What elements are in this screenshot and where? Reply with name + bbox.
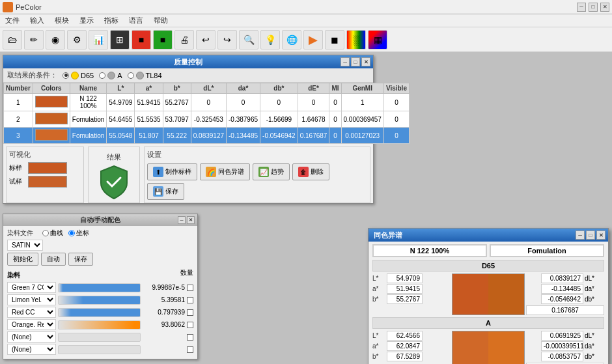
menu-indicator[interactable]: 指标 (102, 14, 121, 27)
lab-row: a* 51.9415 (372, 284, 451, 294)
dye-name-select[interactable]: Green 7 CC (7, 282, 56, 293)
menu-module[interactable]: 模块 (52, 14, 72, 27)
visualize-panel: 可视化 标样 试样 (6, 147, 84, 203)
metamerism-button[interactable]: 🌈 同色异谱 (200, 163, 250, 180)
dye-checkbox[interactable] (187, 309, 193, 316)
toolbar-btn-redo[interactable]: ↪ (217, 30, 237, 49)
delta-label: db* (585, 353, 604, 360)
toolbar-btn-color2[interactable]: ■ (153, 30, 173, 49)
toolbar-btn-undo[interactable]: ↩ (196, 30, 216, 49)
toolbar-btn-settings[interactable]: ⚙ (67, 30, 87, 49)
bottom-area: 可视化 标样 试样 结果 (3, 144, 373, 203)
menu-display[interactable]: 显示 (77, 14, 96, 27)
dye-slider[interactable] (58, 296, 141, 305)
trend-button[interactable]: 📈 趋势 (253, 163, 290, 180)
minimize-button[interactable]: ─ (577, 3, 586, 12)
toolbar-btn-light[interactable]: 💡 (260, 30, 280, 49)
table-cell: 0.00127023 (341, 128, 383, 144)
dye-name-select[interactable]: Red CC (7, 307, 56, 318)
dye-checkbox[interactable] (187, 285, 193, 291)
qc-panel: 质量控制 ─ □ ✕ 取结果的条件： D65 A TL84 (3, 55, 374, 204)
delta-value: -0.000399511 (541, 341, 583, 351)
results-panel: 结果 (88, 147, 140, 203)
main-area: 质量控制 ─ □ ✕ 取结果的条件： D65 A TL84 (0, 52, 612, 364)
dye-radio-group: 曲线 坐标 (42, 229, 89, 238)
toolbar-btn-open[interactable]: 🗁 (3, 30, 22, 49)
radio-coord[interactable]: 坐标 (68, 229, 89, 238)
color-minimize[interactable]: ─ (576, 231, 585, 240)
init-button[interactable]: 初始化 (7, 253, 38, 266)
delta-value: -0.134485 (541, 284, 583, 294)
color-swatch-large (452, 273, 525, 315)
make-standard-button[interactable]: ⬆ 制作标样 (147, 163, 197, 180)
color-maximize[interactable]: □ (586, 231, 595, 240)
sample-swatch (28, 176, 67, 188)
dye-name-select[interactable]: (None) (7, 331, 56, 343)
close-button[interactable]: ✕ (600, 3, 609, 12)
save-button[interactable]: 💾 保存 (147, 183, 184, 200)
settings-buttons: ⬆ 制作标样 🌈 同色异谱 📈 趋势 🗑 删除 (147, 163, 367, 200)
dye-close[interactable]: ✕ (187, 216, 195, 224)
lab-value: 62.0847 (387, 341, 423, 351)
qc-maximize[interactable]: □ (351, 57, 360, 66)
dye-slider[interactable] (58, 308, 141, 317)
dye-checkbox[interactable] (187, 322, 193, 328)
table-cell: 0 (298, 94, 329, 111)
menu-help[interactable]: 帮助 (151, 14, 171, 27)
condition-tl84[interactable]: TL84 (128, 72, 162, 79)
dye-entry: (None) (7, 331, 193, 343)
dye-checkbox[interactable] (187, 334, 193, 341)
radio-a[interactable] (99, 72, 105, 79)
color-close[interactable]: ✕ (596, 231, 605, 240)
dye-minimize[interactable]: ─ (178, 216, 186, 224)
dye-name-select[interactable]: (None) (7, 344, 56, 355)
toolbar-btn-palette2[interactable]: ▦ (368, 30, 387, 49)
menu-input[interactable]: 输入 (27, 14, 47, 27)
col-MI: MI (329, 83, 341, 94)
radio-curve[interactable]: 曲线 (42, 229, 63, 238)
toolbar-btn-print[interactable]: 🖨 (174, 30, 194, 49)
dye-name-select[interactable]: Orange. Rec (7, 319, 56, 330)
toolbar-btn-color1[interactable]: ■ (132, 30, 151, 49)
condition-a[interactable]: A (99, 72, 122, 79)
toolbar-btn-play[interactable]: ▶ (303, 30, 323, 49)
toolbar-btn-edit[interactable]: ✏ (24, 30, 44, 49)
table-cell: 0 (329, 111, 341, 128)
delete-button[interactable]: 🗑 删除 (292, 163, 329, 180)
dye-name-select[interactable]: Limon Yel. (7, 294, 56, 305)
menu-file[interactable]: 文件 (3, 14, 22, 27)
condition-d65[interactable]: D65 (63, 72, 94, 79)
table-cell: 54.6455 (107, 111, 135, 128)
table-cell (33, 111, 70, 128)
toolbar-btn-zoom[interactable]: 🔍 (239, 30, 258, 49)
toolbar-btn-globe[interactable]: 🌐 (282, 30, 301, 49)
maximize-button[interactable]: □ (589, 3, 598, 12)
toolbar-btn-grid[interactable]: ⊞ (110, 30, 130, 49)
delta-row: -0.134485 da* (526, 284, 604, 294)
toolbar-btn-palette1[interactable]: ░ (346, 30, 366, 49)
section-header-a: A (372, 317, 604, 329)
radio-tl84[interactable] (128, 72, 134, 79)
table-cell: 0 (227, 94, 260, 111)
dye-slider[interactable] (58, 345, 141, 354)
dye-save-button[interactable]: 保存 (68, 253, 93, 266)
menu-language[interactable]: 语言 (126, 14, 146, 27)
dye-entry: Red CC0.797939 (7, 307, 193, 318)
toolbar-btn-circle[interactable]: ◉ (46, 30, 65, 49)
toolbar-btn-stop[interactable]: ◼ (325, 30, 344, 49)
table-cell: 3 (4, 128, 33, 144)
dye-file-select[interactable]: SATIN (7, 240, 43, 251)
dye-slider[interactable] (58, 333, 141, 342)
radio-d65[interactable] (63, 72, 69, 79)
qc-minimize[interactable]: ─ (341, 57, 350, 66)
auto-button[interactable]: 自动 (41, 253, 66, 266)
dye-checkbox[interactable] (187, 297, 193, 303)
delta-label: dL* (585, 332, 604, 339)
qc-close[interactable]: ✕ (361, 57, 370, 66)
dye-slider[interactable] (58, 283, 141, 292)
toolbar-btn-chart[interactable]: 📊 (89, 30, 108, 49)
dye-entry: Orange. Rec93.8062 (7, 319, 193, 330)
lab-label: L* (372, 332, 385, 339)
dye-checkbox[interactable] (187, 346, 193, 353)
dye-slider[interactable] (58, 320, 141, 329)
